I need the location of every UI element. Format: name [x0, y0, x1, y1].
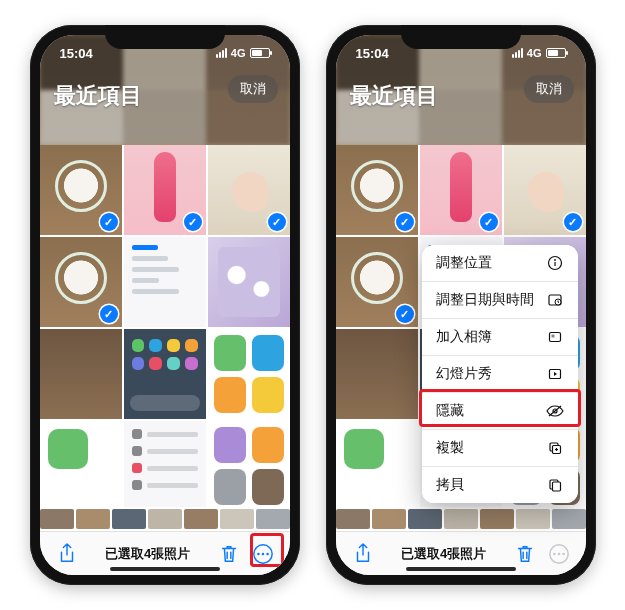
photo-thumb[interactable]: ✓	[40, 237, 122, 327]
svg-point-2	[261, 552, 264, 555]
share-button[interactable]	[54, 541, 80, 567]
copy-icon	[546, 476, 564, 494]
photo-thumb[interactable]: ✓	[208, 145, 290, 235]
notch	[401, 25, 521, 49]
share-icon	[57, 543, 77, 565]
selected-checkmark-icon: ✓	[184, 213, 202, 231]
photo-thumb[interactable]	[40, 421, 122, 507]
status-time: 15:04	[356, 46, 389, 61]
cancel-button[interactable]: 取消	[524, 75, 574, 103]
photo-thumb[interactable]	[336, 329, 418, 419]
phone-left: 15:04 4G 最近項目 取消 ✓ ✓ ✓ ✓	[30, 25, 300, 585]
status-time: 15:04	[60, 46, 93, 61]
network-label: 4G	[527, 47, 542, 59]
menu-duplicate[interactable]: 複製	[422, 430, 578, 467]
svg-point-3	[266, 552, 269, 555]
trash-icon	[219, 543, 239, 565]
menu-hide[interactable]: 隱藏	[422, 393, 578, 430]
selected-checkmark-icon: ✓	[396, 305, 414, 323]
photo-thumb[interactable]: ✓	[420, 145, 502, 235]
notch	[105, 25, 225, 49]
eye-slash-icon	[546, 402, 564, 420]
svg-point-5	[554, 259, 556, 261]
menu-label: 加入相簿	[436, 328, 492, 346]
selected-checkmark-icon: ✓	[100, 213, 118, 231]
calendar-clock-icon	[546, 291, 564, 309]
menu-label: 隱藏	[436, 402, 464, 420]
photo-thumb[interactable]	[208, 237, 290, 327]
svg-rect-17	[552, 482, 560, 491]
trash-icon	[515, 543, 535, 565]
play-icon	[546, 365, 564, 383]
menu-label: 複製	[436, 439, 464, 457]
status-indicators: 4G	[216, 47, 270, 59]
photo-thumb[interactable]: ✓	[504, 145, 586, 235]
svg-point-20	[557, 552, 560, 555]
info-icon	[546, 254, 564, 272]
photo-thumb[interactable]	[124, 237, 206, 327]
menu-slideshow[interactable]: 幻燈片秀	[422, 356, 578, 393]
menu-add-to-album[interactable]: 加入相簿	[422, 319, 578, 356]
photo-thumb[interactable]	[208, 421, 290, 507]
svg-point-1	[257, 552, 260, 555]
selected-checkmark-icon: ✓	[480, 213, 498, 231]
home-indicator[interactable]	[110, 567, 220, 571]
signal-icon	[512, 48, 523, 58]
duplicate-icon	[546, 439, 564, 457]
photo-grid-area[interactable]: ✓ ✓ ✓ ✓	[40, 145, 290, 507]
menu-label: 調整位置	[436, 254, 492, 272]
more-button[interactable]	[250, 541, 276, 567]
menu-adjust-datetime[interactable]: 調整日期與時間	[422, 282, 578, 319]
photo-thumb[interactable]	[124, 421, 206, 507]
more-icon	[548, 543, 570, 565]
network-label: 4G	[231, 47, 246, 59]
delete-button[interactable]	[512, 541, 538, 567]
photo-grid: ✓ ✓ ✓ ✓	[40, 145, 290, 507]
photo-thumb[interactable]: ✓	[336, 237, 418, 327]
photo-thumb[interactable]	[208, 329, 290, 419]
selected-checkmark-icon: ✓	[564, 213, 582, 231]
more-icon	[252, 543, 274, 565]
signal-icon	[216, 48, 227, 58]
selection-count: 已選取4張照片	[384, 545, 504, 563]
menu-label: 拷貝	[436, 476, 464, 494]
svg-rect-10	[551, 335, 554, 338]
menu-label: 幻燈片秀	[436, 365, 492, 383]
photo-thumb[interactable]	[40, 329, 122, 419]
cancel-button[interactable]: 取消	[228, 75, 278, 103]
svg-point-21	[562, 552, 565, 555]
photo-thumb[interactable]	[124, 329, 206, 419]
context-menu: 調整位置 調整日期與時間 加入相簿 幻燈片秀 隱藏 複製	[422, 245, 578, 503]
photo-thumb[interactable]: ✓	[336, 145, 418, 235]
photo-thumb[interactable]: ✓	[124, 145, 206, 235]
delete-button[interactable]	[216, 541, 242, 567]
share-button[interactable]	[350, 541, 376, 567]
svg-rect-6	[554, 262, 555, 266]
svg-rect-9	[549, 333, 560, 342]
thumbnail-strip[interactable]	[336, 507, 586, 531]
album-icon	[546, 328, 564, 346]
share-icon	[353, 543, 373, 565]
album-title: 最近項目	[350, 81, 438, 111]
home-indicator[interactable]	[406, 567, 516, 571]
screen: 15:04 4G 最近項目 取消 ✓ ✓ ✓ ✓	[336, 35, 586, 575]
menu-label: 調整日期與時間	[436, 291, 534, 309]
menu-copy[interactable]: 拷貝	[422, 467, 578, 503]
selected-checkmark-icon: ✓	[268, 213, 286, 231]
album-title: 最近項目	[54, 81, 142, 111]
selected-checkmark-icon: ✓	[396, 213, 414, 231]
battery-icon	[250, 48, 270, 58]
thumbnail-strip[interactable]	[40, 507, 290, 531]
status-indicators: 4G	[512, 47, 566, 59]
photo-thumb[interactable]	[336, 421, 418, 507]
selected-checkmark-icon: ✓	[100, 305, 118, 323]
phone-right: 15:04 4G 最近項目 取消 ✓ ✓ ✓ ✓	[326, 25, 596, 585]
selection-count: 已選取4張照片	[88, 545, 208, 563]
menu-adjust-location[interactable]: 調整位置	[422, 245, 578, 282]
photo-thumb[interactable]: ✓	[40, 145, 122, 235]
svg-point-19	[553, 552, 556, 555]
more-button[interactable]	[546, 541, 572, 567]
screen: 15:04 4G 最近項目 取消 ✓ ✓ ✓ ✓	[40, 35, 290, 575]
battery-icon	[546, 48, 566, 58]
